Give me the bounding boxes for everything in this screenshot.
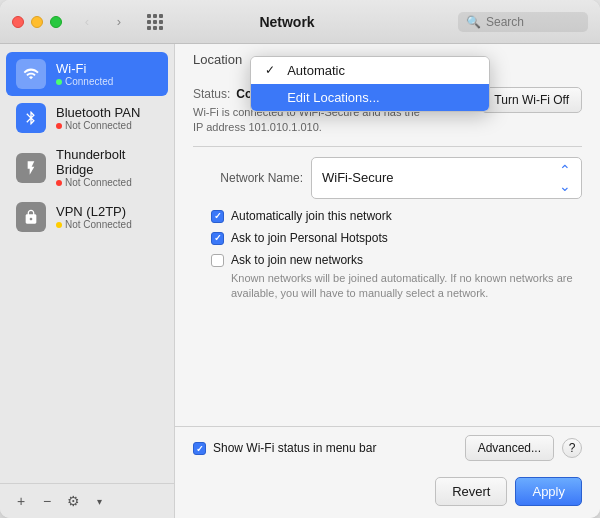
titlebar: ‹ › Network 🔍 — [0, 0, 600, 44]
location-dropdown-menu: ✓ Automatic ✓ Edit Locations... — [250, 56, 490, 112]
edit-locations-label: Edit Locations... — [287, 90, 380, 105]
dropdown-item-edit-locations[interactable]: ✓ Edit Locations... — [251, 84, 489, 111]
sidebar-item-wifi[interactable]: Wi-Fi Connected — [6, 52, 168, 96]
vpn-icon — [16, 202, 46, 232]
sidebar: Wi-Fi Connected Bluetooth PAN Not Connec… — [0, 44, 175, 518]
show-wifi-status-row: Show Wi-Fi status in menu bar — [193, 441, 457, 455]
edit-checkmark: ✓ — [265, 90, 279, 104]
auto-join-label: Automatically join this network — [231, 209, 392, 223]
thunderbolt-item-name: Thunderbolt Bridge — [56, 147, 158, 177]
network-name-label: Network Name: — [193, 171, 303, 185]
wifi-icon — [16, 59, 46, 89]
minimize-button[interactable] — [31, 16, 43, 28]
close-button[interactable] — [12, 16, 24, 28]
personal-hotspots-checkbox[interactable] — [211, 232, 224, 245]
network-name-row: Network Name: WiFi-Secure ⌃⌄ — [193, 157, 582, 199]
remove-network-button[interactable]: − — [36, 490, 58, 512]
sidebar-item-bluetooth[interactable]: Bluetooth PAN Not Connected — [6, 96, 168, 140]
footer-actions: Advanced... ? — [465, 435, 582, 461]
thunderbolt-status-dot — [56, 180, 62, 186]
revert-button[interactable]: Revert — [435, 477, 507, 506]
auto-join-checkbox[interactable] — [211, 210, 224, 223]
new-networks-row: Ask to join new networks — [193, 253, 582, 267]
network-name-select[interactable]: WiFi-Secure ⌃⌄ — [311, 157, 582, 199]
auto-join-row: Automatically join this network — [193, 209, 582, 223]
add-network-button[interactable]: + — [10, 490, 32, 512]
thunderbolt-item-text: Thunderbolt Bridge Not Connected — [56, 147, 158, 188]
thunderbolt-status-text: Not Connected — [65, 177, 132, 188]
bottom-bar: Revert Apply — [175, 469, 600, 518]
traffic-lights — [12, 16, 62, 28]
vpn-status-text: Not Connected — [65, 219, 132, 230]
search-input[interactable] — [486, 15, 576, 29]
apply-button[interactable]: Apply — [515, 477, 582, 506]
back-button[interactable]: ‹ — [74, 13, 100, 31]
sidebar-item-vpn[interactable]: VPN (L2TP) Not Connected — [6, 195, 168, 239]
sidebar-item-thunderbolt[interactable]: Thunderbolt Bridge Not Connected — [6, 140, 168, 195]
automatic-label: Automatic — [287, 63, 345, 78]
thunderbolt-item-status: Not Connected — [56, 177, 158, 188]
bluetooth-item-text: Bluetooth PAN Not Connected — [56, 105, 140, 131]
wifi-status-text: Connected — [65, 76, 113, 87]
status-label: Status: — [193, 87, 230, 101]
bluetooth-status-dot — [56, 123, 62, 129]
maximize-button[interactable] — [50, 16, 62, 28]
vpn-item-status: Not Connected — [56, 219, 132, 230]
content-area: Status: Connected Wi-Fi is connected to … — [175, 75, 600, 426]
vpn-status-dot — [56, 222, 62, 228]
show-wifi-status-checkbox[interactable] — [193, 442, 206, 455]
search-box[interactable]: 🔍 — [458, 12, 588, 32]
bluetooth-item-name: Bluetooth PAN — [56, 105, 140, 120]
bluetooth-item-status: Not Connected — [56, 120, 140, 131]
settings-button[interactable]: ⚙︎ — [62, 490, 84, 512]
main-content: Wi-Fi Connected Bluetooth PAN Not Connec… — [0, 44, 600, 518]
personal-hotspots-row: Ask to join Personal Hotspots — [193, 231, 582, 245]
vpn-item-name: VPN (L2TP) — [56, 204, 132, 219]
wifi-item-name: Wi-Fi — [56, 61, 113, 76]
thunderbolt-icon — [16, 153, 46, 183]
select-arrow-icon: ⌃⌄ — [559, 162, 571, 194]
automatic-checkmark: ✓ — [265, 63, 279, 77]
dropdown-item-automatic[interactable]: ✓ Automatic — [251, 57, 489, 84]
advanced-button[interactable]: Advanced... — [465, 435, 554, 461]
location-bar: Location ✓ Automatic ✓ Edit Locations... — [175, 44, 600, 75]
help-button[interactable]: ? — [562, 438, 582, 458]
new-networks-label: Ask to join new networks — [231, 253, 363, 267]
footer: Show Wi-Fi status in menu bar Advanced..… — [175, 426, 600, 469]
bluetooth-status-text: Not Connected — [65, 120, 132, 131]
right-panel: Location ✓ Automatic ✓ Edit Locations... — [175, 44, 600, 518]
wifi-item-status: Connected — [56, 76, 113, 87]
turn-wifi-off-button[interactable]: Turn Wi-Fi Off — [481, 87, 582, 113]
sidebar-bottom: + − ⚙︎ ▾ — [0, 483, 174, 518]
new-networks-note: Known networks will be joined automatica… — [193, 271, 582, 302]
bluetooth-icon — [16, 103, 46, 133]
vpn-item-text: VPN (L2TP) Not Connected — [56, 204, 132, 230]
divider — [193, 146, 582, 147]
personal-hotspots-label: Ask to join Personal Hotspots — [231, 231, 388, 245]
location-label: Location — [193, 52, 242, 67]
wifi-item-text: Wi-Fi Connected — [56, 61, 113, 87]
network-preferences-window: ‹ › Network 🔍 Wi-Fi — [0, 0, 600, 518]
show-wifi-status-label: Show Wi-Fi status in menu bar — [213, 441, 376, 455]
network-name-value: WiFi-Secure — [322, 170, 394, 185]
search-icon: 🔍 — [466, 15, 481, 29]
window-title: Network — [116, 14, 458, 30]
wifi-status-dot — [56, 79, 62, 85]
chevron-down-icon[interactable]: ▾ — [88, 490, 110, 512]
new-networks-checkbox[interactable] — [211, 254, 224, 267]
